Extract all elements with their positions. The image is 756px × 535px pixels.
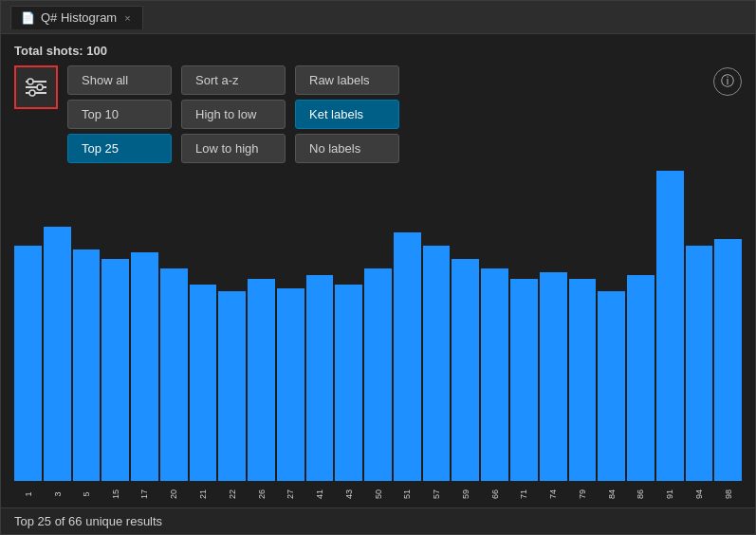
histogram-bar [190,285,217,481]
bar-label-cell: 71 [510,481,538,507]
bar-wrapper [510,171,538,481]
bar-label: 79 [578,489,587,499]
histogram-chart [14,171,742,481]
sort-high-to-low-button[interactable]: High to low [181,100,286,129]
filter-top-25-button[interactable]: Top 25 [67,134,172,163]
bar-label: 43 [344,489,354,499]
bar-wrapper [569,171,597,481]
bar-label: 5 [82,491,91,496]
bar-label: 17 [139,489,149,499]
histogram-bar [248,279,275,481]
bar-label: 26 [257,489,267,499]
histogram-bar [73,249,101,481]
sort-sort-az-button[interactable]: Sort a-z [181,65,286,95]
bar-wrapper [423,171,451,481]
bar-wrapper [14,171,42,481]
histogram-bar [306,275,334,481]
info-button[interactable]: ⓘ [713,67,742,96]
bar-label-cell: 22 [218,481,246,507]
histogram-bar [627,275,655,481]
main-window: 📄 Q# Histogram × Total shots: 100 [0,0,756,535]
bar-wrapper [277,171,304,481]
document-icon: 📄 [21,11,35,25]
bar-label-cell: 86 [627,481,655,507]
histogram-bar [277,288,304,481]
histogram-bar [44,227,71,481]
bar-wrapper [540,171,567,481]
bar-label: 74 [548,489,558,499]
histogram-bar [423,246,451,481]
bar-label: 3 [52,491,62,496]
bar-label-cell: 5 [73,481,101,507]
bar-wrapper [160,171,188,481]
bar-label-cell: 3 [44,481,71,507]
bar-wrapper [452,171,479,481]
filter-icon-button[interactable] [14,65,58,109]
histogram-bar [686,246,713,481]
sort-button-group: Sort a-zHigh to lowLow to high [181,65,286,163]
svg-point-5 [29,90,35,96]
bar-wrapper [656,171,684,481]
sort-low-to-high-button[interactable]: Low to high [181,134,286,163]
bar-label-cell: 26 [248,481,275,507]
histogram-bar [510,279,538,481]
bar-label-cell: 41 [306,481,334,507]
bar-label: 91 [665,489,674,499]
chart-area: 1351517202122262741435051575966717479848… [14,171,742,507]
bar-wrapper [335,171,362,481]
bar-label: 71 [519,489,528,499]
bar-label-cell: 98 [714,481,742,507]
bar-wrapper [190,171,217,481]
histogram-bar [364,268,392,481]
bar-wrapper [306,171,334,481]
histogram-bar [598,291,625,481]
svg-point-3 [28,79,33,84]
bar-wrapper [73,171,101,481]
bar-label-cell: 27 [277,481,304,507]
title-bar: 📄 Q# Histogram × [1,1,755,34]
bar-label: 86 [636,489,645,499]
label-button-group: Raw labelsKet labelsNo labels [295,65,399,163]
bar-label-cell: 94 [686,481,713,507]
bar-label: 21 [198,489,208,499]
filter-top-10-button[interactable]: Top 10 [67,100,172,129]
bar-wrapper [598,171,625,481]
total-shots-label: Total shots: 100 [14,44,742,58]
filter-button-group: Show allTop 10Top 25 [67,65,172,163]
histogram-bar [335,285,362,481]
label-raw-labels-button[interactable]: Raw labels [295,65,399,95]
bar-label-cell: 66 [481,481,508,507]
histogram-bar [131,252,158,481]
label-ket-labels-button[interactable]: Ket labels [295,100,399,129]
bar-label-cell: 57 [423,481,451,507]
bar-label-cell: 21 [190,481,217,507]
histogram-bar [714,239,742,481]
bar-label-cell: 43 [335,481,362,507]
status-text: Top 25 of 66 unique results [14,514,162,528]
bar-label-cell: 20 [160,481,188,507]
bar-wrapper [101,171,129,481]
bar-label: 59 [461,489,470,499]
bar-label: 1 [23,491,32,496]
bar-label: 20 [169,489,178,499]
bar-wrapper [131,171,158,481]
bar-label-cell: 59 [452,481,479,507]
bar-wrapper [248,171,275,481]
tab-close-button[interactable]: × [122,10,132,26]
bar-label-cell: 51 [394,481,421,507]
bar-label: 66 [490,489,500,499]
bar-wrapper [364,171,392,481]
controls-row: Show allTop 10Top 25 Sort a-zHigh to low… [14,65,742,163]
main-content: Total shots: 100 Show allTop 10Top 25 So… [1,34,755,507]
tab-title: Q# Histogram [41,10,117,25]
bar-label-cell: 84 [598,481,625,507]
label-no-labels-button[interactable]: No labels [295,134,399,163]
bar-label: 27 [286,489,295,499]
tab-histogram[interactable]: 📄 Q# Histogram × [10,6,143,29]
bar-wrapper [394,171,421,481]
histogram-bar [218,291,246,481]
filter-show-all-button[interactable]: Show all [67,65,172,95]
bar-wrapper [218,171,246,481]
bar-label: 84 [607,489,617,499]
bar-label: 22 [228,489,237,499]
